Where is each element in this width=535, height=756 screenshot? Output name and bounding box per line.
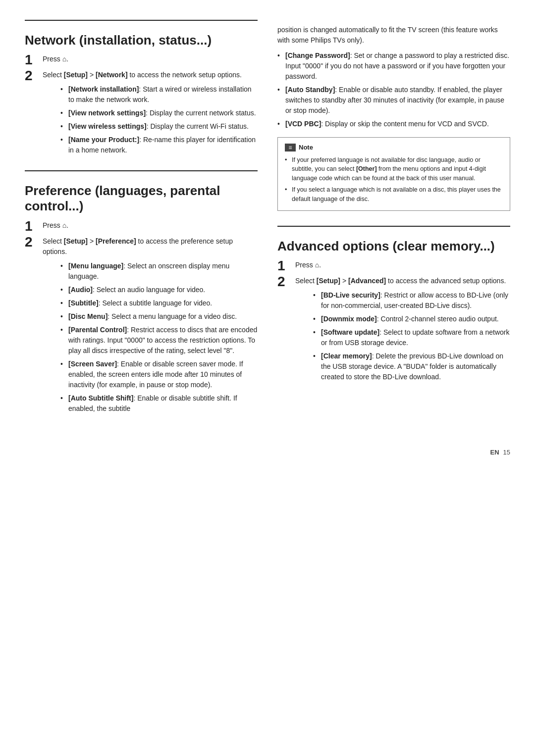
preference-step2-text: Select [Setup] > [Preference] to access … [43,237,233,255]
item-bold: [Auto Standby] [285,86,335,94]
network-divider [25,20,258,21]
note-label: Note [299,143,313,152]
right-column: position is changed automatically to fit… [277,20,510,429]
item-bold: [Software update] [321,328,379,336]
list-item: [Subtitle]: Select a subtitle language f… [60,298,258,308]
preference-step2-content: Select [Setup] > [Preference] to access … [43,236,258,417]
note-box: Note If your preferred language is not a… [277,137,510,211]
advanced-section: Advanced options (clear memory...) 1 Pre… [277,226,510,385]
network-step2-num: 2 [25,69,39,83]
footer-page: 15 [503,449,510,456]
list-item: [BD-Live security]: Restrict or allow ac… [313,290,510,311]
advanced-step1-text: Press ⌂. [295,260,510,270]
list-item: [Auto Subtitle Shift]: Enable or disable… [60,393,258,414]
item-bold: [Downmix mode] [321,315,377,323]
network-step2-content: Select [Setup] > [Network] to access the… [43,70,258,158]
list-item: [Network installation]: Start a wired or… [60,84,258,105]
network-step1: 1 Press ⌂. [25,54,258,67]
list-item: [View network settings]: Display the cur… [60,108,258,118]
network-step2: 2 Select [Setup] > [Network] to access t… [25,70,258,158]
network-step2-text: Select [Setup] > [Network] to access the… [43,71,242,79]
item-bold: [View wireless settings] [68,122,147,130]
page-footer: EN 15 [25,449,510,456]
item-bold: [Parental Control] [68,326,127,334]
item-bold: [Auto Subtitle Shift] [68,394,133,402]
advanced-section-title: Advanced options (clear memory...) [277,234,510,254]
advanced-step2: 2 Select [Setup] > [Advanced] to access … [277,276,510,385]
list-item: [Software update]: Select to update soft… [313,327,510,348]
right-preference-bullets: [Change Password]: Set or change a passw… [277,50,510,129]
preference-step1-text: Press ⌂. [43,220,258,231]
list-item: [Menu language]: Select an onscreen disp… [60,261,258,282]
item-bold: [Subtitle] [68,299,99,307]
list-item: If you select a language which is not av… [285,185,503,204]
list-item: [Clear memory]: Delete the previous BD-L… [313,351,510,382]
page-layout: Network (installation, status...) 1 Pres… [25,20,510,429]
network-section-title: Network (installation, status...) [25,28,258,48]
note-icon [285,144,296,151]
home-icon-1: ⌂ [62,54,66,64]
footer-lang: EN [490,449,499,456]
list-item: [Disc Menu]: Select a menu language for … [60,311,258,322]
list-item: [Downmix mode]: Control 2-channel stereo… [313,314,510,324]
preference-section: Preference (languages, parental control.… [25,170,258,416]
item-bold: [Network installation] [68,85,139,93]
item-bold: [Menu language] [68,262,123,270]
preference-divider [25,170,258,171]
network-step1-num: 1 [25,53,39,67]
list-item: If your preferred language is not availa… [285,155,503,183]
list-item: [Audio]: Select an audio language for vi… [60,285,258,295]
home-icon-3: ⌂ [315,260,319,270]
item-bold: [Change Password] [285,51,350,59]
preference-section-title: Preference (languages, parental control.… [25,178,258,214]
preference-step1-num: 1 [25,219,39,233]
list-item: [Screen Saver]: Enable or disable screen… [60,359,258,390]
item-bold: [VCD PBC] [285,120,321,128]
list-item: [Name your Product:]: Re-name this playe… [60,135,258,155]
item-bold: [Name your Product:] [68,136,139,144]
list-item: [Auto Standby]: Enable or disable auto s… [277,85,510,116]
item-bold: [Clear memory] [321,352,372,360]
advanced-divider [277,226,510,227]
advanced-step2-text: Select [Setup] > [Advanced] to access th… [295,277,506,285]
preference-step2: 2 Select [Setup] > [Preference] to acces… [25,236,258,417]
preference-step1: 1 Press ⌂. [25,220,258,233]
network-section: Network (installation, status...) 1 Pres… [25,20,258,158]
preference-step2-num: 2 [25,235,39,249]
item-bold: [Disc Menu] [68,312,107,320]
advanced-step1-num: 1 [277,259,291,273]
advanced-bullet-list: [BD-Live security]: Restrict or allow ac… [313,290,510,382]
preference-bullet-list: [Menu language]: Select an onscreen disp… [60,261,258,414]
network-bullet-list: [Network installation]: Start a wired or… [60,84,258,155]
advanced-step2-num: 2 [277,275,291,289]
list-item: [Parental Control]: Restrict access to d… [60,325,258,356]
network-step1-text: Press ⌂. [43,54,258,64]
list-item: [Change Password]: Set or change a passw… [277,50,510,82]
advanced-step2-content: Select [Setup] > [Advanced] to access th… [295,276,510,385]
item-bold: [View network settings] [68,109,146,117]
home-icon-2: ⌂ [62,220,66,231]
item-bold: [Audio] [68,286,93,294]
note-header: Note [285,143,503,152]
item-bold: [BD-Live security] [321,291,380,299]
item-bold: [Screen Saver] [68,360,117,368]
advanced-step1: 1 Press ⌂. [277,260,510,273]
list-item: [View wireless settings]: Display the cu… [60,121,258,132]
left-column: Network (installation, status...) 1 Pres… [25,20,258,429]
note-list: If your preferred language is not availa… [285,155,503,204]
list-item: [VCD PBC]: Display or skip the content m… [277,119,510,129]
continuation-text: position is changed automatically to fit… [277,25,510,46]
